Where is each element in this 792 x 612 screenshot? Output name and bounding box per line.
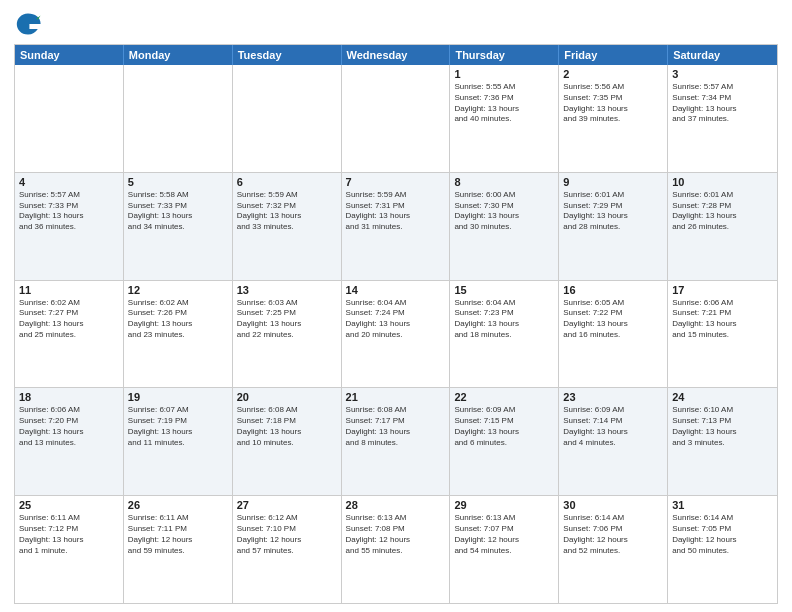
cell-text: Sunrise: 5:56 AMSunset: 7:35 PMDaylight:… <box>563 82 663 125</box>
calendar-header-tuesday: Tuesday <box>233 45 342 65</box>
calendar-cell <box>342 65 451 172</box>
cell-text: Sunrise: 6:09 AMSunset: 7:15 PMDaylight:… <box>454 405 554 448</box>
day-number: 6 <box>237 176 337 188</box>
cell-text: Sunrise: 6:12 AMSunset: 7:10 PMDaylight:… <box>237 513 337 556</box>
day-number: 30 <box>563 499 663 511</box>
calendar-cell: 31Sunrise: 6:14 AMSunset: 7:05 PMDayligh… <box>668 496 777 603</box>
cell-text: Sunrise: 6:01 AMSunset: 7:28 PMDaylight:… <box>672 190 773 233</box>
cell-text: Sunrise: 6:13 AMSunset: 7:07 PMDaylight:… <box>454 513 554 556</box>
calendar-row-3: 18Sunrise: 6:06 AMSunset: 7:20 PMDayligh… <box>15 387 777 495</box>
cell-text: Sunrise: 6:02 AMSunset: 7:27 PMDaylight:… <box>19 298 119 341</box>
day-number: 31 <box>672 499 773 511</box>
day-number: 10 <box>672 176 773 188</box>
calendar-cell: 28Sunrise: 6:13 AMSunset: 7:08 PMDayligh… <box>342 496 451 603</box>
calendar-cell: 13Sunrise: 6:03 AMSunset: 7:25 PMDayligh… <box>233 281 342 388</box>
calendar-row-1: 4Sunrise: 5:57 AMSunset: 7:33 PMDaylight… <box>15 172 777 280</box>
cell-text: Sunrise: 5:55 AMSunset: 7:36 PMDaylight:… <box>454 82 554 125</box>
calendar-cell <box>124 65 233 172</box>
cell-text: Sunrise: 6:00 AMSunset: 7:30 PMDaylight:… <box>454 190 554 233</box>
calendar-header-wednesday: Wednesday <box>342 45 451 65</box>
calendar-header-row: SundayMondayTuesdayWednesdayThursdayFrid… <box>15 45 777 65</box>
cell-text: Sunrise: 6:04 AMSunset: 7:24 PMDaylight:… <box>346 298 446 341</box>
calendar-cell: 27Sunrise: 6:12 AMSunset: 7:10 PMDayligh… <box>233 496 342 603</box>
day-number: 3 <box>672 68 773 80</box>
day-number: 7 <box>346 176 446 188</box>
cell-text: Sunrise: 6:05 AMSunset: 7:22 PMDaylight:… <box>563 298 663 341</box>
calendar-cell: 1Sunrise: 5:55 AMSunset: 7:36 PMDaylight… <box>450 65 559 172</box>
calendar-cell <box>15 65 124 172</box>
header <box>14 10 778 38</box>
cell-text: Sunrise: 5:57 AMSunset: 7:33 PMDaylight:… <box>19 190 119 233</box>
calendar-cell: 24Sunrise: 6:10 AMSunset: 7:13 PMDayligh… <box>668 388 777 495</box>
cell-text: Sunrise: 5:59 AMSunset: 7:31 PMDaylight:… <box>346 190 446 233</box>
cell-text: Sunrise: 6:01 AMSunset: 7:29 PMDaylight:… <box>563 190 663 233</box>
day-number: 11 <box>19 284 119 296</box>
calendar-header-saturday: Saturday <box>668 45 777 65</box>
day-number: 13 <box>237 284 337 296</box>
calendar-cell: 4Sunrise: 5:57 AMSunset: 7:33 PMDaylight… <box>15 173 124 280</box>
cell-text: Sunrise: 5:58 AMSunset: 7:33 PMDaylight:… <box>128 190 228 233</box>
calendar-cell: 9Sunrise: 6:01 AMSunset: 7:29 PMDaylight… <box>559 173 668 280</box>
calendar-row-2: 11Sunrise: 6:02 AMSunset: 7:27 PMDayligh… <box>15 280 777 388</box>
cell-text: Sunrise: 6:10 AMSunset: 7:13 PMDaylight:… <box>672 405 773 448</box>
day-number: 27 <box>237 499 337 511</box>
cell-text: Sunrise: 6:09 AMSunset: 7:14 PMDaylight:… <box>563 405 663 448</box>
calendar-cell: 7Sunrise: 5:59 AMSunset: 7:31 PMDaylight… <box>342 173 451 280</box>
cell-text: Sunrise: 6:14 AMSunset: 7:05 PMDaylight:… <box>672 513 773 556</box>
calendar-cell: 11Sunrise: 6:02 AMSunset: 7:27 PMDayligh… <box>15 281 124 388</box>
calendar-cell: 10Sunrise: 6:01 AMSunset: 7:28 PMDayligh… <box>668 173 777 280</box>
calendar-header-thursday: Thursday <box>450 45 559 65</box>
day-number: 4 <box>19 176 119 188</box>
calendar-header-monday: Monday <box>124 45 233 65</box>
day-number: 22 <box>454 391 554 403</box>
cell-text: Sunrise: 6:14 AMSunset: 7:06 PMDaylight:… <box>563 513 663 556</box>
day-number: 9 <box>563 176 663 188</box>
calendar-cell: 20Sunrise: 6:08 AMSunset: 7:18 PMDayligh… <box>233 388 342 495</box>
cell-text: Sunrise: 6:06 AMSunset: 7:21 PMDaylight:… <box>672 298 773 341</box>
day-number: 29 <box>454 499 554 511</box>
cell-text: Sunrise: 6:08 AMSunset: 7:18 PMDaylight:… <box>237 405 337 448</box>
calendar-cell: 2Sunrise: 5:56 AMSunset: 7:35 PMDaylight… <box>559 65 668 172</box>
calendar-cell: 15Sunrise: 6:04 AMSunset: 7:23 PMDayligh… <box>450 281 559 388</box>
calendar-cell: 16Sunrise: 6:05 AMSunset: 7:22 PMDayligh… <box>559 281 668 388</box>
calendar: SundayMondayTuesdayWednesdayThursdayFrid… <box>14 44 778 604</box>
calendar-cell: 29Sunrise: 6:13 AMSunset: 7:07 PMDayligh… <box>450 496 559 603</box>
day-number: 16 <box>563 284 663 296</box>
day-number: 15 <box>454 284 554 296</box>
day-number: 19 <box>128 391 228 403</box>
calendar-row-0: 1Sunrise: 5:55 AMSunset: 7:36 PMDaylight… <box>15 65 777 172</box>
calendar-cell: 19Sunrise: 6:07 AMSunset: 7:19 PMDayligh… <box>124 388 233 495</box>
day-number: 26 <box>128 499 228 511</box>
day-number: 23 <box>563 391 663 403</box>
day-number: 2 <box>563 68 663 80</box>
day-number: 21 <box>346 391 446 403</box>
calendar-cell: 5Sunrise: 5:58 AMSunset: 7:33 PMDaylight… <box>124 173 233 280</box>
calendar-cell: 26Sunrise: 6:11 AMSunset: 7:11 PMDayligh… <box>124 496 233 603</box>
calendar-cell: 3Sunrise: 5:57 AMSunset: 7:34 PMDaylight… <box>668 65 777 172</box>
calendar-cell: 6Sunrise: 5:59 AMSunset: 7:32 PMDaylight… <box>233 173 342 280</box>
day-number: 20 <box>237 391 337 403</box>
calendar-cell <box>233 65 342 172</box>
calendar-row-4: 25Sunrise: 6:11 AMSunset: 7:12 PMDayligh… <box>15 495 777 603</box>
calendar-header-sunday: Sunday <box>15 45 124 65</box>
cell-text: Sunrise: 6:08 AMSunset: 7:17 PMDaylight:… <box>346 405 446 448</box>
day-number: 25 <box>19 499 119 511</box>
cell-text: Sunrise: 5:57 AMSunset: 7:34 PMDaylight:… <box>672 82 773 125</box>
cell-text: Sunrise: 6:06 AMSunset: 7:20 PMDaylight:… <box>19 405 119 448</box>
day-number: 1 <box>454 68 554 80</box>
calendar-cell: 25Sunrise: 6:11 AMSunset: 7:12 PMDayligh… <box>15 496 124 603</box>
day-number: 24 <box>672 391 773 403</box>
day-number: 12 <box>128 284 228 296</box>
cell-text: Sunrise: 6:02 AMSunset: 7:26 PMDaylight:… <box>128 298 228 341</box>
day-number: 28 <box>346 499 446 511</box>
cell-text: Sunrise: 6:03 AMSunset: 7:25 PMDaylight:… <box>237 298 337 341</box>
cell-text: Sunrise: 6:04 AMSunset: 7:23 PMDaylight:… <box>454 298 554 341</box>
logo-icon <box>14 10 42 38</box>
day-number: 8 <box>454 176 554 188</box>
calendar-cell: 30Sunrise: 6:14 AMSunset: 7:06 PMDayligh… <box>559 496 668 603</box>
cell-text: Sunrise: 5:59 AMSunset: 7:32 PMDaylight:… <box>237 190 337 233</box>
calendar-cell: 17Sunrise: 6:06 AMSunset: 7:21 PMDayligh… <box>668 281 777 388</box>
calendar-cell: 23Sunrise: 6:09 AMSunset: 7:14 PMDayligh… <box>559 388 668 495</box>
calendar-cell: 12Sunrise: 6:02 AMSunset: 7:26 PMDayligh… <box>124 281 233 388</box>
calendar-cell: 14Sunrise: 6:04 AMSunset: 7:24 PMDayligh… <box>342 281 451 388</box>
